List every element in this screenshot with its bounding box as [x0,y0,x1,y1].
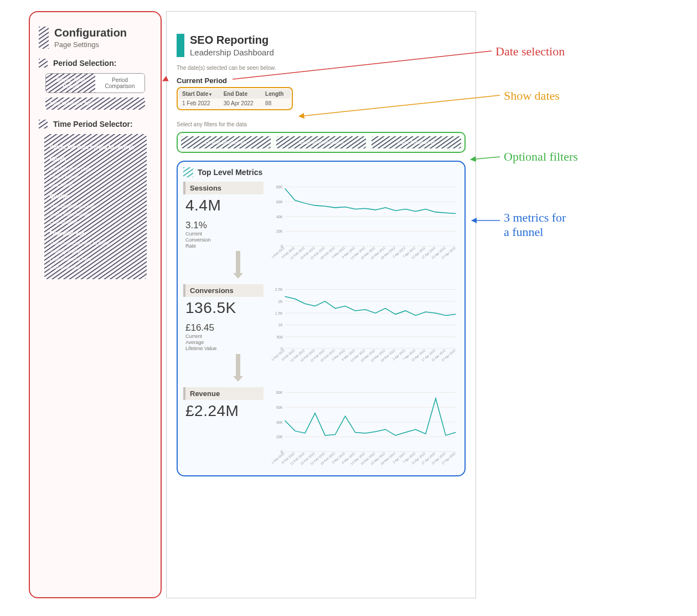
metric-block: Sessions 4.4M 3.1% CurrentConversionRate… [183,182,459,281]
toggle-compare[interactable]: Period Comparison [95,74,144,93]
main-dashboard: SEO Reporting Leadership Dashboard The d… [166,11,476,598]
metric-chart: 020K40K60K80K 1 Feb 20226 Feb 202211 Feb… [269,182,459,281]
svg-text:20K: 20K [276,435,283,439]
filter-page[interactable]: Page Breakdown [371,136,461,148]
svg-rect-11 [183,167,193,177]
svg-marker-43 [233,376,243,382]
arrow-down-icon [233,251,243,279]
top-level-label: Top Level Metrics [198,168,262,177]
date-th-length[interactable]: Length [262,89,291,99]
svg-text:2.5K: 2.5K [275,288,283,292]
metric-value: 4.4M [185,197,264,214]
svg-rect-1 [39,27,49,49]
current-period-label: Current Period [177,76,466,85]
filters-row: Device Breakdown Channel Breakdown Page … [177,132,466,153]
metric-value: £2.24M [185,402,264,420]
metric-title: Conversions [183,284,264,297]
svg-text:80K: 80K [276,391,283,394]
filter-device[interactable]: Device Breakdown [181,136,271,148]
svg-text:80K: 80K [276,185,283,189]
svg-text:1.5K: 1.5K [275,311,283,315]
svg-text:60K: 60K [276,405,283,409]
svg-marker-13 [233,273,243,279]
time-period-selector[interactable]: Select the time period to review: Month … [44,134,147,279]
sidebar-configuration: Configuration Page Settings Period Selec… [29,11,162,598]
date-th-end[interactable]: End Date [220,89,262,99]
svg-text:20K: 20K [276,229,283,233]
page-title: SEO Reporting [190,34,274,47]
metric-mid-label: CurrentAverageLifetime Value [185,333,224,351]
svg-text:40K: 40K [276,215,283,219]
arrow-down-icon [233,354,243,382]
config-icon [39,27,49,49]
brand-accent [177,34,184,57]
metric-chart: 05001K1.5K2K2.5K 1 Feb 20226 Feb 202211 … [269,284,459,383]
svg-text:40K: 40K [276,420,283,424]
svg-rect-2 [39,59,48,68]
sidebar-subtitle: Page Settings [54,40,127,49]
svg-text:1K: 1K [278,324,283,327]
metric-value: 136.5K [185,299,264,317]
dates-note: The date(s) selected can be seen below. [177,65,466,71]
metric-title: Revenue [183,387,264,400]
date-table: Start Date▾ End Date Length 1 Feb 2022 3… [177,87,293,110]
period-toggle[interactable]: Single Time Period Period Comparison [45,73,145,93]
annotation-metrics-funnel: 3 metrics for a funnel [504,211,566,239]
annotation-date-selection: Date selection [495,44,565,59]
metric-title: Sessions [183,182,264,194]
metric-mid-label: CurrentConversionRate [185,231,224,249]
metric-chart: 020K40K60K80K 1 Feb 20226 Feb 202211 Feb… [269,387,459,466]
metric-mid-value: £16.45 [185,322,264,333]
metric-mid-value: 3.1% [185,220,264,231]
annotation-optional-filters: Optional filters [504,150,578,164]
svg-text:60K: 60K [276,200,283,204]
metric-block: Revenue £2.24M 020K40K60K80K 1 Feb 20226… [183,387,459,466]
sort-caret-icon: ▾ [209,92,211,97]
metrics-icon [183,167,193,177]
period-icon [39,59,48,68]
svg-rect-5 [39,120,48,129]
svg-text:2K: 2K [278,300,283,304]
timeperiod-icon [39,120,48,129]
filter-channel[interactable]: Channel Breakdown [276,136,366,148]
page-subtitle: Leadership Dashboard [190,48,274,57]
top-level-metrics: Top Level Metrics Sessions 4.4M 3.1% Cur… [177,161,466,476]
toggle-single[interactable]: Single Time Period [46,74,95,93]
metric-block: Conversions 136.5K £16.45 CurrentAverage… [183,284,459,383]
period-selection-label: Period Selection: [53,59,116,68]
svg-text:500: 500 [277,335,283,339]
filters-note: Select any filters for the data [177,121,466,127]
sidebar-title: Configuration [54,27,127,39]
date-row: 1 Feb 2022 30 Apr 2022 88 [179,99,291,108]
time-period-label: Time Period Selector: [53,120,133,129]
annotation-show-dates: Show dates [504,89,560,103]
date-th-start[interactable]: Start Date▾ [179,89,220,99]
date-selection-pill[interactable]: Date Selection Tool [45,97,145,110]
